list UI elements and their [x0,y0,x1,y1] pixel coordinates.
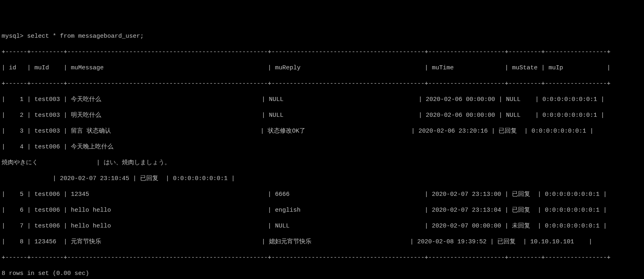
table1-row: 焼肉やきにく | はい、焼肉しましょう。 [2,159,642,167]
table1-row: | 6 | test006 | hello hello | english | … [2,206,642,215]
table1-row: | 3 | test003 | 留言 状态确认 | 状态修改OK了 | 2020… [2,127,642,135]
table1-sep-top: +------+---------+----------------------… [2,48,642,56]
table1-row: | 5 | test006 | 12345 | 6666 | 2020-02-0… [2,191,642,199]
table1-row: | 2 | test003 | 明天吃什么 | NULL | 2020-02-0… [2,112,642,120]
table1-row: | 8 | 123456 | 元宵节快乐 | 媳妇元宵节快乐 | 2020-02… [2,238,642,246]
mysql-prompt: mysql> [2,33,27,40]
prompt-line-1[interactable]: mysql> select * from messageboard_user; [2,32,642,41]
table1-header-row: | id | muId | muMessage | muReply | muTi… [2,64,642,72]
table1-row: | 2020-02-07 23:10:45 | 已回复 | 0:0:0:0:0:… [2,175,642,183]
table1-row: | 7 | test006 | hello hello | NULL | 202… [2,222,642,230]
table1-sep-mid: +------+---------+----------------------… [2,80,642,88]
result1: 8 rows in set (0.00 sec) [2,270,642,278]
table1-sep-bot: +------+---------+----------------------… [2,254,642,262]
table1-row: | 4 | test006 | 今天晚上吃什么 [2,143,642,151]
sql-query-1: select * from messageboard_user; [27,33,144,40]
table1-row: | 1 | test003 | 今天吃什么 | NULL | 2020-02-0… [2,96,642,104]
